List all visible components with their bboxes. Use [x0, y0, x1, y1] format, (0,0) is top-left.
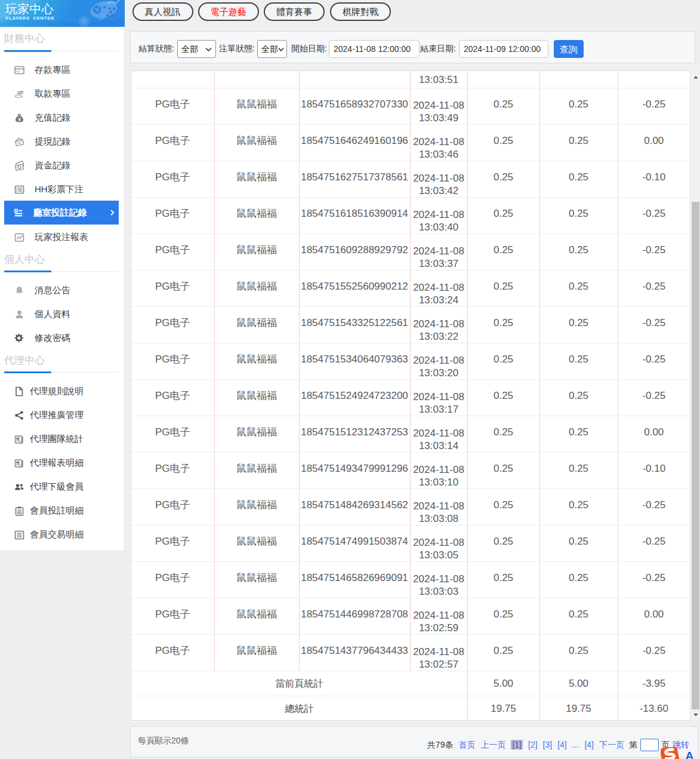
svg-text:¥: ¥	[18, 116, 21, 122]
svg-text:A: A	[686, 749, 694, 759]
